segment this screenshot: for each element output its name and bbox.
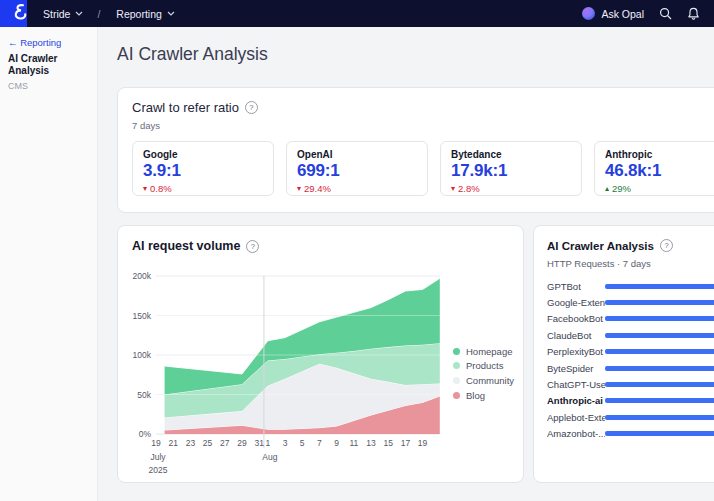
legend-dot-icon bbox=[453, 362, 460, 369]
legend-label: Blog bbox=[466, 390, 485, 401]
crawler-row-google-extenc: Google-Extenc bbox=[547, 294, 714, 310]
ai-crawler-analysis-card: AI Crawler Analysis ? HTTP Requests · 7 … bbox=[533, 225, 714, 483]
svg-text:19: 19 bbox=[151, 438, 161, 448]
nav-right-group: Ask Opal bbox=[582, 7, 714, 21]
crawler-bar bbox=[605, 300, 714, 305]
crawler-row-label: FacebookBot bbox=[547, 313, 605, 324]
crawler-card-subtitle: HTTP Requests · 7 days bbox=[534, 252, 714, 269]
help-icon[interactable]: ? bbox=[246, 240, 259, 253]
crawler-bar bbox=[605, 349, 714, 354]
crawler-bar-track bbox=[605, 316, 714, 321]
crawler-bar bbox=[605, 284, 714, 289]
crawler-row-gptbot: GPTBot bbox=[547, 278, 714, 294]
stat-label: OpenAI bbox=[297, 149, 417, 160]
stat-delta-value: 2.8% bbox=[458, 183, 480, 194]
svg-text:21: 21 bbox=[168, 438, 178, 448]
triangle-down-icon: ▾ bbox=[451, 184, 455, 193]
svg-text:Aug: Aug bbox=[262, 452, 277, 462]
chevron-down-icon bbox=[75, 11, 83, 16]
crawler-bar bbox=[605, 382, 714, 387]
stat-label: Anthropic bbox=[605, 149, 714, 160]
stat-value: 3.9:1 bbox=[143, 161, 263, 181]
stat-value: 17.9k:1 bbox=[451, 161, 571, 181]
crawler-bar bbox=[605, 316, 714, 321]
crawler-bar-track bbox=[605, 382, 714, 387]
breadcrumb-separator: / bbox=[97, 8, 100, 20]
ai-request-volume-card: AI request volume ? 0%50k100k150k200k192… bbox=[117, 225, 524, 483]
svg-text:27: 27 bbox=[220, 438, 230, 448]
crawler-bar bbox=[605, 398, 714, 403]
crawler-bar-track bbox=[605, 431, 714, 436]
nav-menu-reporting[interactable]: Reporting bbox=[116, 8, 175, 20]
help-icon[interactable]: ? bbox=[660, 239, 673, 252]
crawl-to-refer-ratio-card: Crawl to refer ratio ? 7 days Google3.9:… bbox=[117, 87, 714, 213]
stride-logo[interactable] bbox=[0, 0, 27, 27]
bell-icon[interactable] bbox=[687, 7, 700, 21]
nav-menu-stride[interactable]: Stride bbox=[43, 8, 83, 20]
stat-card-openai: OpenAI699:1▾29.4% bbox=[286, 141, 428, 196]
crawler-bar bbox=[605, 431, 714, 436]
triangle-down-icon: ▾ bbox=[143, 184, 147, 193]
svg-text:5: 5 bbox=[300, 438, 305, 448]
svg-text:150k: 150k bbox=[133, 311, 152, 321]
crawler-bar-list: GPTBotGoogle-ExtencFacebookBotClaudeBotP… bbox=[547, 278, 714, 442]
crawler-row-applebot-exte: Applebot-Exte bbox=[547, 409, 714, 425]
sidebar-back-link[interactable]: ← Reporting bbox=[8, 37, 89, 48]
svg-text:July: July bbox=[150, 452, 166, 462]
svg-text:0%: 0% bbox=[139, 429, 152, 439]
nav-reporting-label: Reporting bbox=[116, 8, 162, 20]
stat-delta: ▾2.8% bbox=[451, 183, 571, 194]
crawler-bar bbox=[605, 366, 714, 371]
legend-item-blog[interactable]: Blog bbox=[453, 388, 514, 403]
stat-card-google: Google3.9:1▾0.8% bbox=[132, 141, 274, 196]
stat-delta: ▾29.4% bbox=[297, 183, 417, 194]
stat-card-anthropic: Anthropic46.8k:1▴29% bbox=[594, 141, 714, 196]
crawler-bar bbox=[605, 415, 714, 420]
svg-text:50k: 50k bbox=[137, 390, 151, 400]
svg-text:29: 29 bbox=[237, 438, 247, 448]
ask-opal-label: Ask Opal bbox=[601, 8, 644, 20]
crawler-row-label: Amazonbot-... bbox=[547, 428, 605, 439]
crawler-row-label: Anthropic-ai bbox=[547, 395, 605, 406]
help-icon[interactable]: ? bbox=[245, 101, 258, 114]
crawler-row-label: ByteSpider bbox=[547, 363, 605, 374]
crawler-row-perplexitybot: PerplexityBot bbox=[547, 344, 714, 360]
crawler-bar-track bbox=[605, 415, 714, 420]
crawler-row-claudebot: ClaudeBot bbox=[547, 327, 714, 343]
svg-text:200k: 200k bbox=[133, 271, 152, 281]
search-icon[interactable] bbox=[659, 7, 672, 20]
svg-text:17: 17 bbox=[401, 438, 411, 448]
svg-text:19: 19 bbox=[418, 438, 428, 448]
legend-item-community[interactable]: Community bbox=[453, 373, 514, 388]
stacked-area-chart: 0%50k100k150k200k19212325272931135791113… bbox=[118, 266, 468, 478]
sidebar-current-page: AI Crawler Analysis bbox=[8, 53, 89, 77]
stat-card-bytedance: Bytedance17.9k:1▾2.8% bbox=[440, 141, 582, 196]
svg-text:7: 7 bbox=[317, 438, 322, 448]
stat-value: 46.8k:1 bbox=[605, 161, 714, 181]
crawler-bar-track bbox=[605, 366, 714, 371]
svg-text:25: 25 bbox=[203, 438, 213, 448]
stat-delta-value: 29.4% bbox=[304, 183, 331, 194]
crawler-row-label: ChatGPT-User bbox=[547, 379, 605, 390]
stat-delta: ▴29% bbox=[605, 183, 714, 194]
svg-text:31: 31 bbox=[254, 438, 264, 448]
stat-label: Google bbox=[143, 149, 263, 160]
ratio-card-title: Crawl to refer ratio bbox=[132, 100, 239, 115]
crawler-row-label: PerplexityBot bbox=[547, 346, 605, 357]
legend-item-products[interactable]: Products bbox=[453, 359, 514, 374]
svg-text:23: 23 bbox=[186, 438, 196, 448]
svg-text:100k: 100k bbox=[133, 350, 152, 360]
crawler-row-label: ClaudeBot bbox=[547, 330, 605, 341]
crawler-row-bytespider: ByteSpider bbox=[547, 360, 714, 376]
legend-dot-icon bbox=[453, 392, 460, 399]
crawler-card-title: AI Crawler Analysis bbox=[547, 240, 654, 252]
triangle-up-icon: ▴ bbox=[605, 184, 609, 193]
stat-label: Bytedance bbox=[451, 149, 571, 160]
ask-opal-button[interactable]: Ask Opal bbox=[582, 7, 644, 20]
legend-item-homepage[interactable]: Homepage bbox=[453, 344, 514, 359]
top-nav: Stride / Reporting Ask Opal bbox=[0, 0, 714, 27]
crawler-bar-track bbox=[605, 333, 714, 338]
triangle-down-icon: ▾ bbox=[297, 184, 301, 193]
legend-label: Community bbox=[466, 375, 514, 386]
svg-text:9: 9 bbox=[334, 438, 339, 448]
